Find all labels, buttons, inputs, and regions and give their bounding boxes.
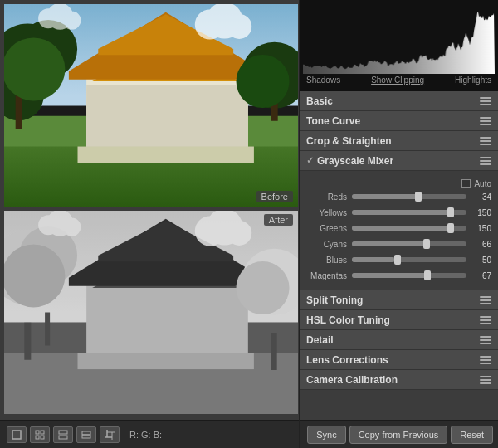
auto-label: Auto (474, 179, 491, 188)
panel-row-detail[interactable]: Detail (300, 330, 498, 350)
auto-row: Auto (306, 176, 491, 190)
slider-fill-greens (352, 226, 452, 231)
panel-row-camera-calibration[interactable]: Camera Calibration (300, 370, 498, 390)
copy-from-previous-button[interactable]: Copy from Previous (349, 426, 448, 444)
right-panel: Shadows Show Clipping Highlights Basic T… (299, 0, 498, 448)
slider-track-magentas[interactable] (352, 273, 466, 278)
slider-label-yellows: Yellows (306, 208, 352, 217)
slider-fill-cyans (352, 241, 427, 246)
svg-rect-6 (59, 436, 67, 439)
panel-list: Basic Tone Curve Crop & Straighten ✓ Gra… (300, 91, 498, 420)
slider-fill-magentas (352, 273, 428, 278)
crop-tool-btn[interactable] (100, 426, 120, 443)
panel-label-detail: Detail (306, 334, 334, 346)
after-image-container: After (4, 211, 298, 414)
svg-rect-3 (36, 436, 39, 439)
after-image (4, 211, 298, 414)
slider-value-yellows: 150 (466, 208, 491, 217)
panel-label-tone-curve: Tone Curve (306, 115, 360, 127)
rgb-values: R: G: B: (129, 430, 292, 440)
grayscale-checkmark: ✓ (306, 155, 314, 166)
panel-row-tone-curve[interactable]: Tone Curve (300, 111, 498, 131)
panel-row-split-toning[interactable]: Split Toning (300, 290, 498, 310)
main-container: Before After R: G: B: (0, 0, 498, 448)
histogram-container: Shadows Show Clipping Highlights (300, 0, 498, 91)
panel-icon-camera-calibration (480, 376, 491, 384)
left-toolbar: R: G: B: (0, 420, 299, 448)
slider-label-greens: Greens (306, 224, 352, 233)
before-image (4, 4, 298, 207)
panel-icon-crop-straighten (480, 137, 491, 145)
slider-track-greens[interactable] (352, 226, 466, 231)
tool-btn-1[interactable] (7, 426, 27, 443)
slider-thumb-greens[interactable] (447, 223, 454, 233)
shadows-label: Shadows (306, 75, 340, 85)
panel-row-basic[interactable]: Basic (300, 91, 498, 111)
panel-icon-hsl (480, 316, 491, 324)
panel-label-basic: Basic (306, 95, 333, 107)
slider-track-blues[interactable] (352, 257, 466, 262)
slider-value-reds: 34 (466, 192, 491, 202)
slider-row-greens: Greens 150 (306, 222, 491, 235)
grayscale-header-label: ✓ Grayscale Mixer (306, 155, 393, 167)
slider-track-reds[interactable] (352, 194, 466, 199)
grayscale-title: Grayscale Mixer (317, 155, 393, 167)
slider-track-yellows[interactable] (352, 210, 466, 215)
slider-track-cyans[interactable] (352, 241, 466, 246)
left-panel: Before After R: G: B: (0, 0, 299, 448)
tool-btn-2[interactable] (30, 426, 50, 443)
slider-label-blues: Blues (306, 256, 352, 265)
svg-rect-0 (12, 431, 21, 439)
slider-row-magentas: Magentas 67 (306, 269, 491, 282)
tool-btn-3[interactable] (53, 426, 73, 443)
slider-row-yellows: Yellows 150 (306, 206, 491, 219)
panel-label-split-toning: Split Toning (306, 295, 363, 306)
slider-fill-yellows (352, 210, 452, 215)
after-label: After (264, 214, 293, 226)
slider-fill-reds (352, 194, 419, 199)
auto-checkbox[interactable] (461, 179, 471, 188)
histogram-labels: Shadows Show Clipping Highlights (303, 74, 495, 85)
slider-fill-blues (352, 257, 394, 262)
svg-rect-4 (41, 436, 44, 439)
panel-label-lens-corrections: Lens Corrections (306, 354, 388, 366)
slider-label-magentas: Magentas (306, 271, 352, 280)
slider-value-magentas: 67 (466, 271, 491, 280)
panel-row-hsl[interactable]: HSL Color Tuning (300, 310, 498, 330)
slider-row-reds: Reds 34 (306, 190, 491, 203)
slider-thumb-magentas[interactable] (424, 270, 431, 280)
histogram-canvas (303, 3, 495, 74)
panel-label-crop-straighten: Crop & Straighten (306, 135, 392, 147)
panel-icon-detail (480, 336, 491, 344)
svg-rect-1 (36, 431, 39, 434)
tool-btn-4[interactable] (76, 426, 96, 443)
panel-icon-tone-curve (480, 117, 491, 125)
panel-label-hsl: HSL Color Tuning (306, 314, 390, 326)
panel-icon-lens-corrections (480, 356, 491, 364)
slider-label-reds: Reds (306, 192, 352, 202)
panel-icon-split-toning (480, 296, 491, 304)
panel-icon-basic (480, 97, 491, 105)
sync-button[interactable]: Sync (307, 426, 345, 444)
slider-thumb-reds[interactable] (415, 192, 422, 202)
panel-row-lens-corrections[interactable]: Lens Corrections (300, 350, 498, 370)
before-label: Before (256, 191, 293, 202)
svg-rect-2 (41, 431, 44, 434)
slider-thumb-cyans[interactable] (423, 239, 430, 249)
before-image-container: Before (4, 4, 298, 207)
highlights-label: Highlights (455, 75, 491, 85)
slider-thumb-yellows[interactable] (447, 207, 454, 217)
reset-button[interactable]: Reset (451, 426, 493, 444)
panel-row-crop-straighten[interactable]: Crop & Straighten (300, 131, 498, 151)
svg-rect-5 (59, 431, 67, 434)
slider-value-greens: 150 (466, 224, 491, 233)
panel-icon-grayscale (480, 157, 491, 165)
slider-value-cyans: 66 (466, 240, 491, 249)
slider-thumb-blues[interactable] (394, 255, 401, 265)
right-footer: Sync Copy from Previous Reset (300, 420, 498, 448)
panel-row-grayscale[interactable]: ✓ Grayscale Mixer (300, 151, 498, 171)
slider-row-cyans: Cyans 66 (306, 237, 491, 251)
show-clipping-label[interactable]: Show Clipping (371, 75, 424, 85)
panel-label-camera-calibration: Camera Calibration (306, 374, 398, 386)
grayscale-section: Auto Reds 34 Yellows (300, 171, 498, 290)
